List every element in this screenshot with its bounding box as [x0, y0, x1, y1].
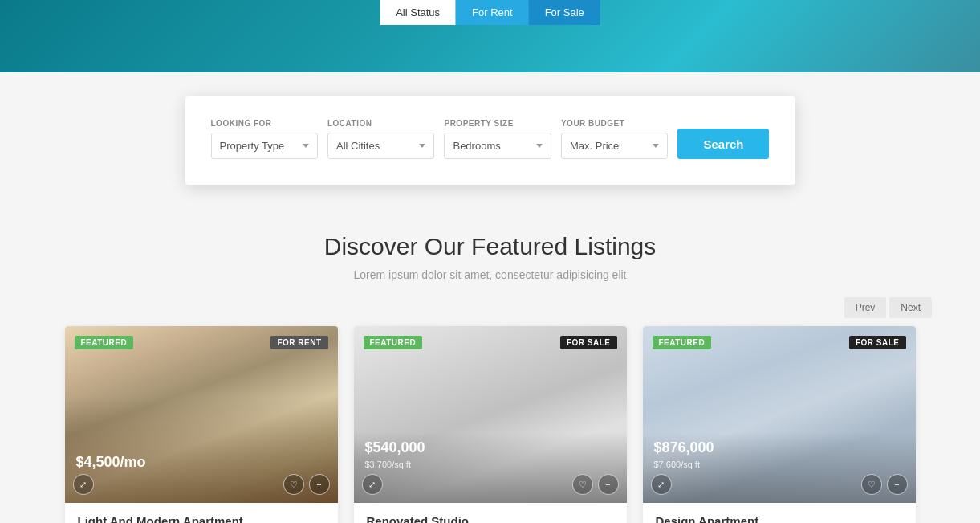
expand-icon-1[interactable]: ⤢	[73, 474, 94, 495]
main-content: Discover Our Featured Listings Lorem ips…	[0, 161, 980, 523]
search-row: LOOKING FOR Property Type House Apartmen…	[211, 119, 770, 159]
section-header: Discover Our Featured Listings Lorem ips…	[0, 209, 980, 281]
favorite-icon-1[interactable]: ♡	[283, 474, 304, 495]
add-icon-3[interactable]: +	[887, 474, 908, 495]
card-actions-1: ♡ +	[283, 474, 330, 495]
listing-card-2: FEATURED FOR SALE $540,000 $3,700/sq ft …	[354, 326, 627, 523]
section-subtitle: Lorem ipsum dolor sit amet, consectetur …	[0, 268, 980, 281]
card-title-2: Renovated Studio	[367, 514, 614, 523]
expand-icon-3[interactable]: ⤢	[651, 474, 672, 495]
card-actions-3: ♡ +	[861, 474, 908, 495]
card-actions-2: ♡ +	[572, 474, 619, 495]
favorite-icon-2[interactable]: ♡	[572, 474, 593, 495]
search-container: LOOKING FOR Property Type House Apartmen…	[185, 96, 795, 185]
favorite-icon-3[interactable]: ♡	[861, 474, 882, 495]
hero-section: All Status For Rent For Sale	[0, 0, 980, 72]
card-body-1: Light And Modern Apartment 2436 SW 8th S…	[65, 503, 338, 523]
status-badge-3: FOR SALE	[849, 336, 906, 349]
search-button[interactable]: Search	[677, 129, 769, 159]
max-price-select[interactable]: Max. Price $100,000 $500,000 $1,000,000	[561, 133, 668, 159]
add-icon-2[interactable]: +	[598, 474, 619, 495]
tab-for-sale[interactable]: For Sale	[529, 0, 600, 25]
bedrooms-select[interactable]: Bedrooms 1 Bedroom 2 Bedrooms 3 Bedrooms…	[444, 133, 551, 159]
price-main-3: $876,000	[654, 439, 714, 456]
status-tabs: All Status For Rent For Sale	[380, 0, 600, 25]
price-overlay-2: $540,000 $3,700/sq ft	[365, 439, 425, 471]
listing-card-1: FEATURED FOR RENT $4,500/mo ⤢ ♡ + Light …	[65, 326, 338, 523]
prev-button[interactable]: Prev	[844, 297, 887, 318]
price-main-2: $540,000	[365, 439, 425, 456]
listing-card-3: FEATURED FOR SALE $876,000 $7,600/sq ft …	[643, 326, 916, 523]
card-body-2: Renovated Studio 194 Mercer Street, 627 …	[354, 503, 627, 523]
expand-icon-2[interactable]: ⤢	[362, 474, 383, 495]
listing-navigation: Prev Next	[0, 281, 980, 326]
featured-badge-1: FEATURED	[75, 336, 134, 349]
next-button[interactable]: Next	[889, 297, 932, 318]
tab-for-rent[interactable]: For Rent	[456, 0, 529, 25]
property-size-label: PROPERTY SIZE	[444, 119, 551, 128]
listings-grid: FEATURED FOR RENT $4,500/mo ⤢ ♡ + Light …	[0, 326, 980, 523]
budget-label: YOUR BUDGET	[561, 119, 668, 128]
card-image-3: FEATURED FOR SALE $876,000 $7,600/sq ft …	[643, 326, 916, 503]
status-badge-2: FOR SALE	[560, 336, 617, 349]
card-image-1: FEATURED FOR RENT $4,500/mo ⤢ ♡ +	[65, 326, 338, 503]
tab-all-status[interactable]: All Status	[380, 0, 456, 25]
price-sub-3: $7,600/sq ft	[654, 460, 701, 469]
card-title-3: Design Apartment	[656, 514, 903, 523]
price-overlay-1: $4,500/mo	[76, 454, 146, 471]
section-title: Discover Our Featured Listings	[0, 233, 980, 260]
price-main-1: $4,500/mo	[76, 454, 146, 471]
looking-for-field: LOOKING FOR Property Type House Apartmen…	[211, 119, 318, 159]
price-sub-2: $3,700/sq ft	[365, 460, 412, 469]
looking-for-label: LOOKING FOR	[211, 119, 318, 128]
location-select[interactable]: All Citites Miami New York Brooklyn	[327, 133, 434, 159]
featured-badge-3: FEATURED	[653, 336, 712, 349]
card-image-2: FEATURED FOR SALE $540,000 $3,700/sq ft …	[354, 326, 627, 503]
property-type-select[interactable]: Property Type House Apartment Studio	[211, 133, 318, 159]
add-icon-1[interactable]: +	[309, 474, 330, 495]
card-title-1: Light And Modern Apartment	[78, 514, 325, 523]
property-size-field: PROPERTY SIZE Bedrooms 1 Bedroom 2 Bedro…	[444, 119, 551, 159]
featured-badge-2: FEATURED	[364, 336, 423, 349]
status-badge-1: FOR RENT	[270, 336, 327, 349]
location-field: LOCATION All Citites Miami New York Broo…	[327, 119, 434, 159]
card-body-3: Design Apartment Quincy St, Brooklyn, NY…	[643, 503, 916, 523]
location-label: LOCATION	[327, 119, 434, 128]
budget-field: YOUR BUDGET Max. Price $100,000 $500,000…	[561, 119, 668, 159]
price-overlay-3: $876,000 $7,600/sq ft	[654, 439, 714, 471]
